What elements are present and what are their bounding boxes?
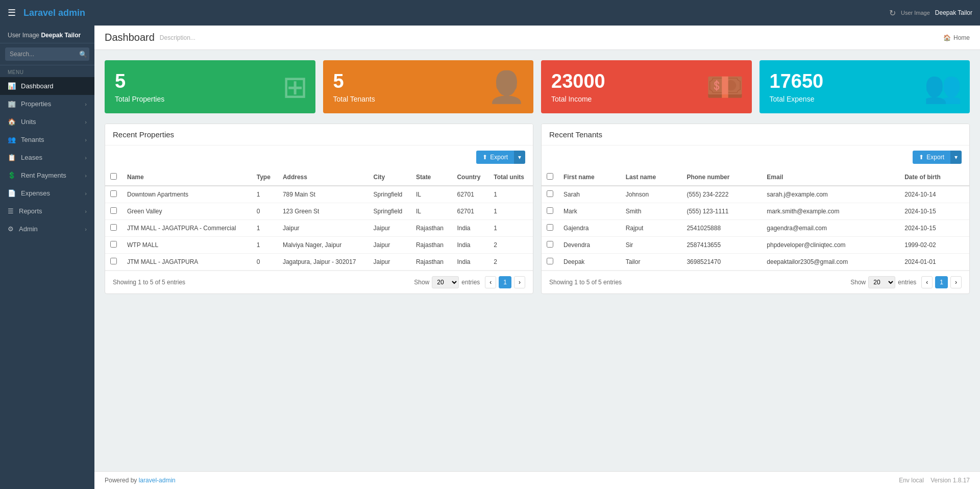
property-city-0: Springfield	[369, 186, 411, 203]
search-input[interactable]	[5, 47, 89, 61]
page-title: Dashboard	[105, 32, 155, 43]
tenant-lastname-2: Rajput	[621, 220, 682, 237]
recent-properties-header: Recent Properties	[105, 124, 533, 145]
sidebar-toggle[interactable]: ☰	[8, 7, 16, 18]
footer-link[interactable]: laravel-admin	[139, 477, 176, 484]
col-email: Email	[762, 169, 899, 186]
tenants-page-1[interactable]: 1	[935, 276, 948, 288]
tenants-export-button[interactable]: ⬆ Export	[913, 151, 950, 164]
tenant-checkbox-1[interactable]	[547, 207, 553, 214]
tenants-select-all[interactable]	[547, 173, 553, 180]
col-country: Country	[452, 169, 488, 186]
footer-powered-by: Powered by laravel-admin	[105, 477, 176, 484]
tenant-checkbox-0[interactable]	[547, 190, 553, 197]
tenant-firstname-1: Mark	[558, 203, 621, 220]
property-type-0: 1	[252, 186, 278, 203]
property-state-3: Rajasthan	[411, 237, 452, 254]
properties-select-all[interactable]	[110, 173, 117, 180]
sidebar-item-units[interactable]: 🏠 Units ›	[0, 113, 94, 131]
sidebar-item-rent-payments[interactable]: 💲 Rent Payments ›	[0, 166, 94, 184]
col-type: Type	[252, 169, 278, 186]
tenant-phone-1: (555) 123-1111	[681, 203, 762, 220]
tenant-email-4: deepaktailor2305@gmail.com	[762, 254, 899, 271]
tenant-lastname-1: Smith	[621, 203, 682, 220]
properties-per-page[interactable]: 20 50 100	[432, 276, 459, 288]
property-checkbox-3[interactable]	[110, 241, 117, 248]
stat-card-total-expense: 17650 Total Expense 👥	[760, 60, 970, 113]
sidebar-item-properties[interactable]: 🏢 Properties ›	[0, 95, 94, 113]
tenant-checkbox-4[interactable]	[547, 258, 553, 264]
brand-admin: admin	[56, 8, 85, 18]
user-name: Deepak Tailor	[935, 9, 972, 16]
col-lastname: Last name	[621, 169, 682, 186]
properties-prev-page[interactable]: ‹	[485, 276, 496, 288]
sidebar-item-label-admin: Admin	[19, 225, 38, 233]
stat-icon-total-tenants: 👤	[487, 69, 526, 105]
property-checkbox-0[interactable]	[110, 190, 117, 197]
property-checkbox-2[interactable]	[110, 224, 117, 231]
property-units-0: 1	[488, 186, 533, 203]
sidebar-item-reports[interactable]: ☰ Reports ›	[0, 202, 94, 220]
property-type-3: 1	[252, 237, 278, 254]
tenants-prev-page[interactable]: ‹	[921, 276, 933, 288]
tables-row: Recent Properties ⬆ Export ▾ Name Type	[94, 124, 980, 304]
sidebar-item-leases[interactable]: 📋 Leases ›	[0, 149, 94, 166]
refresh-icon[interactable]: ↻	[889, 8, 896, 18]
table-row: Sarah Johnson (555) 234-2222 sarah.j@exa…	[542, 186, 969, 203]
admin-icon: ⚙	[8, 225, 14, 233]
home-icon: 🏠	[943, 34, 951, 41]
tenants-per-page[interactable]: 20 50 100	[868, 276, 895, 288]
tenants-export-dropdown[interactable]: ▾	[950, 151, 962, 164]
chevron-icon-units: ›	[85, 119, 87, 125]
tenant-email-0: sarah.j@example.com	[762, 186, 899, 203]
chevron-icon-reports: ›	[85, 208, 87, 214]
page-header: Dashboard Description... 🏠 Home	[94, 26, 980, 50]
table-row: Gajendra Rajput 2541025888 gagendra@emai…	[542, 220, 969, 237]
top-navigation: ☰ Laravel admin ↻ User Image Deepak Tail…	[0, 0, 980, 26]
stat-label-total-tenants: Total Tenants	[333, 95, 375, 103]
tenant-checkbox-3[interactable]	[547, 241, 553, 248]
property-address-4: Jagatpura, Jaipur - 302017	[278, 254, 369, 271]
stat-icon-total-expense: 👥	[924, 69, 962, 105]
properties-page-1[interactable]: 1	[499, 276, 511, 288]
property-checkbox-1[interactable]	[110, 207, 117, 214]
sidebar-item-tenants[interactable]: 👥 Tenants ›	[0, 131, 94, 149]
properties-export-dropdown[interactable]: ▾	[514, 151, 525, 164]
recent-tenants-header: Recent Tenants	[542, 124, 969, 145]
property-city-3: Jaipur	[369, 237, 411, 254]
properties-export-label: Export	[490, 154, 508, 161]
property-name-4: JTM MALL - JAGATPURA	[122, 254, 252, 271]
property-type-1: 0	[252, 203, 278, 220]
properties-next-page[interactable]: ›	[514, 276, 525, 288]
brand-logo: Laravel admin	[23, 8, 85, 18]
tenant-firstname-2: Gajendra	[558, 220, 621, 237]
tenant-dob-1: 2024-10-15	[899, 203, 969, 220]
properties-export-button[interactable]: ⬆ Export	[476, 151, 514, 164]
sidebar-user-label: User Image	[8, 32, 39, 39]
table-row: WTP MALL 1 Malviya Nager, Jaipur Jaipur …	[105, 237, 533, 254]
brand-laravel: Laravel	[23, 8, 56, 18]
stat-number-total-tenants: 5	[333, 70, 375, 92]
sidebar-item-admin[interactable]: ⚙ Admin ›	[0, 220, 94, 238]
property-checkbox-4[interactable]	[110, 258, 117, 264]
properties-showing-text: Showing 1 to 5 of 5 entries	[113, 279, 185, 286]
tenant-email-2: gagendra@email.com	[762, 220, 899, 237]
tenant-checkbox-2[interactable]	[547, 224, 553, 231]
search-button[interactable]: 🔍	[79, 51, 87, 58]
tenant-dob-4: 2024-01-01	[899, 254, 969, 271]
tenant-email-1: mark.smith@example.com	[762, 203, 899, 220]
sidebar-item-dashboard[interactable]: 📊 Dashboard	[0, 77, 94, 95]
property-units-3: 2	[488, 237, 533, 254]
tenants-next-page[interactable]: ›	[950, 276, 962, 288]
page-description: Description...	[160, 34, 195, 41]
chevron-icon-properties: ›	[85, 101, 87, 107]
property-name-2: JTM MALL - JAGATPURA - Commercial	[122, 220, 252, 237]
footer: Powered by laravel-admin Env local Versi…	[94, 471, 980, 489]
sidebar-item-label-leases: Leases	[21, 154, 42, 161]
tenant-phone-3: 2587413655	[681, 237, 762, 254]
user-image-label: User Image	[901, 10, 930, 16]
sidebar-item-expenses[interactable]: 📄 Expenses ›	[0, 184, 94, 202]
property-state-4: Rajasthan	[411, 254, 452, 271]
units-icon: 🏠	[8, 118, 16, 126]
sidebar-item-label-dashboard: Dashboard	[21, 82, 54, 90]
